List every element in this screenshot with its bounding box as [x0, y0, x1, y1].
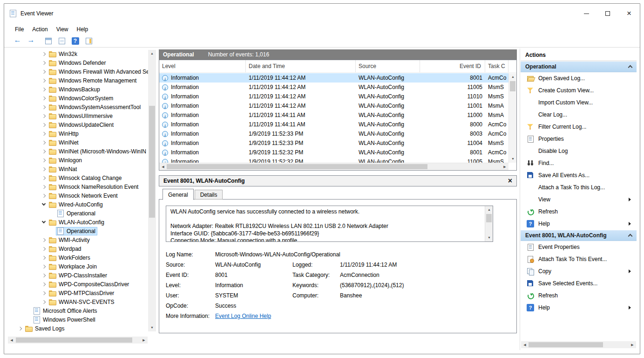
collapse-chevron-icon[interactable] — [628, 234, 633, 239]
tab-general[interactable]: General — [163, 189, 194, 200]
event-table-vertical-scrollbar[interactable]: ▲ ▼ — [508, 73, 516, 163]
chevron-collapsed-icon[interactable] — [41, 280, 48, 289]
tree-item-operational[interactable]: Operational — [7, 209, 148, 218]
tree-item-winlogon[interactable]: Winlogon — [7, 156, 148, 165]
chevron-collapsed-icon[interactable] — [41, 182, 48, 191]
menu-file[interactable]: File — [11, 24, 28, 34]
chevron-collapsed-icon[interactable] — [41, 235, 48, 244]
chevron-collapsed-icon[interactable] — [41, 67, 48, 76]
column-header-source[interactable]: Source — [356, 60, 420, 72]
tree-item-windowsupdateclient[interactable]: WindowsUpdateClient — [7, 120, 148, 129]
tree-item-wininet-microsoft-windows-winin[interactable]: WinINet (Microsoft-Windows-WinIN — [7, 147, 148, 156]
tree-item-win32k[interactable]: Win32k — [7, 49, 148, 58]
scroll-down-icon[interactable]: ▼ — [148, 324, 156, 331]
column-header-event-id[interactable]: Event ID — [420, 60, 485, 72]
event-row[interactable]: Information1/9/2019 11:52:32 PMWLAN-Auto… — [159, 157, 508, 163]
chevron-collapsed-icon[interactable] — [41, 49, 48, 58]
tab-details[interactable]: Details — [195, 190, 223, 200]
tree-item-windowsuiimmersive[interactable]: WindowsUIImmersive — [7, 111, 148, 120]
tree-item-windowscolorsystem[interactable]: WindowsColorSystem — [7, 94, 148, 103]
help-button[interactable] — [69, 36, 81, 46]
event-row[interactable]: Information1/11/2019 11:44:12 AMWLAN-Aut… — [159, 101, 508, 110]
scrollbar-thumb[interactable] — [510, 81, 515, 91]
scroll-left-icon[interactable]: ◀ — [159, 163, 167, 170]
minimize-button[interactable] — [576, 4, 597, 23]
scroll-right-icon[interactable]: ▶ — [140, 337, 148, 344]
maximize-button[interactable] — [597, 4, 618, 23]
message-vertical-scrollbar[interactable]: ▲ ▼ — [485, 206, 493, 241]
action-attach-task-to-this-event[interactable]: Attach Task To This Event... — [521, 253, 637, 265]
tree-item-winsock-nameresolution-event[interactable]: Winsock NameResolution Event — [7, 182, 148, 191]
scroll-down-icon[interactable]: ▼ — [485, 234, 493, 241]
tree-item-windows-defender[interactable]: Windows Defender — [7, 58, 148, 67]
chevron-collapsed-icon[interactable] — [17, 324, 24, 333]
scroll-up-icon[interactable]: ▲ — [485, 206, 493, 213]
chevron-collapsed-icon[interactable] — [41, 244, 48, 253]
chevron-collapsed-icon[interactable] — [41, 253, 48, 262]
event-row[interactable]: Information1/11/2019 11:44:11 AMWLAN-Aut… — [159, 120, 508, 129]
event-row[interactable]: Information1/9/2019 11:52:33 PMWLAN-Auto… — [159, 129, 508, 138]
tree-item-wlan-autoconfig[interactable]: WLAN-AutoConfig — [7, 218, 148, 227]
tree-horizontal-scrollbar[interactable]: ◀ ▶ — [8, 337, 148, 344]
scroll-left-icon[interactable]: ◀ — [521, 341, 529, 348]
event-row[interactable]: Information1/11/2019 11:44:11 AMWLAN-Aut… — [159, 110, 508, 120]
scroll-up-icon[interactable]: ▲ — [148, 50, 156, 57]
action-attach-a-task-to-this-log[interactable]: Attach a Task To this Log... — [521, 181, 637, 193]
tree-item-winsock-catalog-change[interactable]: Winsock Catalog Change — [7, 173, 148, 182]
action-find[interactable]: Find... — [521, 157, 637, 169]
action-create-custom-view[interactable]: Create Custom View... — [521, 84, 637, 96]
event-row[interactable]: Information1/9/2019 11:52:33 PMWLAN-Auto… — [159, 138, 508, 148]
tree-item-saved-logs[interactable]: Saved Logs — [7, 324, 148, 333]
chevron-collapsed-icon[interactable] — [41, 262, 48, 271]
chevron-collapsed-icon[interactable] — [41, 297, 48, 306]
column-header-date-and-time[interactable]: Date and Time — [246, 60, 356, 72]
action-filter-current-log[interactable]: Filter Current Log... — [521, 121, 637, 133]
scroll-right-icon[interactable]: ▶ — [629, 341, 636, 348]
action-refresh[interactable]: Refresh — [521, 289, 637, 302]
action-copy[interactable]: Copy — [521, 265, 637, 277]
event-log-online-help-link[interactable]: Event Log Online Help — [215, 313, 292, 319]
event-row[interactable]: Information1/11/2019 11:44:12 AMWLAN-Aut… — [159, 92, 508, 101]
action-section-operational[interactable]: Operational — [521, 62, 637, 72]
tree-item-wpd-compositeclassdriver[interactable]: WPD-CompositeClassDriver — [7, 280, 148, 289]
tree-item-windows-powershell[interactable]: Windows PowerShell — [7, 315, 148, 324]
scrollbar-thumb[interactable] — [167, 164, 427, 169]
menu-view[interactable]: View — [52, 24, 73, 34]
tree-item-wmi-activity[interactable]: WMI-Activity — [7, 235, 148, 244]
tree-item-windowssystemassessmenttool[interactable]: WindowsSystemAssessmentTool — [7, 103, 148, 111]
tree-item-wpd-mtpclassdriver[interactable]: WPD-MTPClassDriver — [7, 289, 148, 297]
action-help[interactable]: Help — [521, 302, 637, 314]
column-header-task-c[interactable]: Task C — [485, 60, 508, 72]
tree-item-operational[interactable]: Operational — [7, 227, 148, 235]
menu-action[interactable]: Action — [28, 24, 52, 34]
scrollbar-thumb[interactable] — [486, 214, 492, 222]
action-view[interactable]: View — [521, 193, 637, 206]
action-help[interactable]: Help — [521, 218, 637, 230]
chevron-collapsed-icon[interactable] — [41, 76, 48, 85]
event-table-horizontal-scrollbar[interactable]: ◀ ▶ — [159, 163, 508, 170]
tree-item-wired-autoconfig[interactable]: Wired-AutoConfig — [7, 200, 148, 209]
chevron-collapsed-icon[interactable] — [41, 156, 48, 165]
chevron-collapsed-icon[interactable] — [41, 165, 48, 173]
close-preview-icon[interactable] — [508, 177, 512, 185]
tree-item-microsoft-office-alerts[interactable]: Microsoft Office Alerts — [7, 306, 148, 315]
chevron-collapsed-icon[interactable] — [41, 191, 48, 200]
tree-item-windows-remote-management[interactable]: Windows Remote Management — [7, 76, 148, 85]
tree-item-winhttp[interactable]: WinHttp — [7, 129, 148, 138]
chevron-collapsed-icon[interactable] — [41, 271, 48, 280]
collapse-chevron-icon[interactable] — [628, 65, 633, 70]
chevron-collapsed-icon[interactable] — [41, 120, 48, 129]
action-section-event-8001-wlan-autoconfig[interactable]: Event 8001, WLAN-AutoConfig — [521, 230, 637, 241]
chevron-collapsed-icon[interactable] — [41, 147, 48, 156]
chevron-collapsed-icon[interactable] — [41, 58, 48, 67]
action-refresh[interactable]: Refresh — [521, 206, 637, 218]
actions-horizontal-scrollbar[interactable]: ◀ ▶ — [521, 341, 636, 348]
action-import-custom-view[interactable]: Import Custom View... — [521, 96, 637, 109]
scrollbar-thumb[interactable] — [529, 342, 603, 347]
chevron-collapsed-icon[interactable] — [41, 173, 48, 182]
tree-item-wordpad[interactable]: Wordpad — [7, 244, 148, 253]
tree-item-winsock-network-event[interactable]: Winsock Network Event — [7, 191, 148, 200]
event-row[interactable]: Information1/11/2019 11:44:12 AMWLAN-Aut… — [159, 83, 508, 92]
chevron-collapsed-icon[interactable] — [41, 94, 48, 103]
tree-item-windowsbackup[interactable]: WindowsBackup — [7, 85, 148, 94]
